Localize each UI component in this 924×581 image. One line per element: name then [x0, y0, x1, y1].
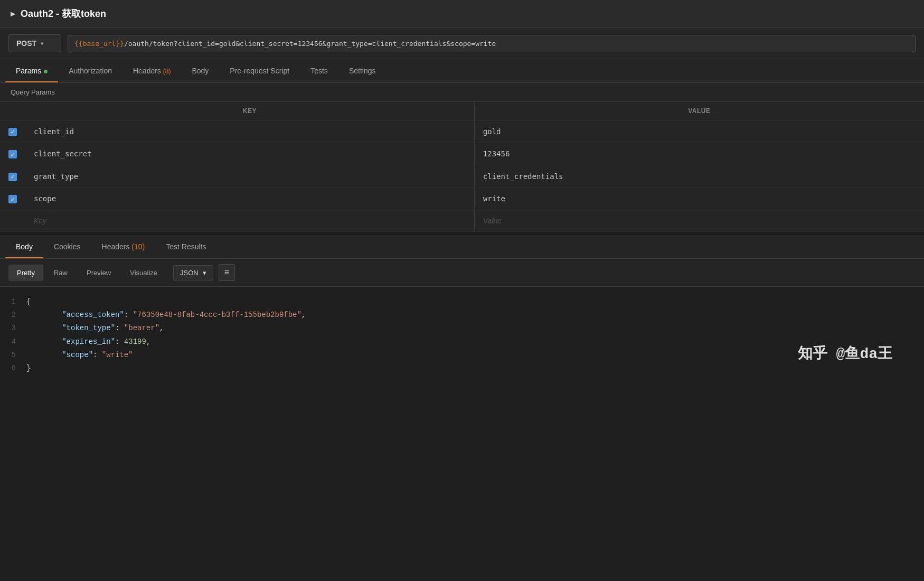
line-content: }: [26, 362, 924, 375]
tab-authorization[interactable]: Authorization: [58, 59, 122, 82]
line-number: 1: [0, 295, 26, 308]
tab-pre-request[interactable]: Pre-request Script: [219, 59, 300, 82]
line-number: 2: [0, 308, 26, 322]
key-cell: scope: [25, 188, 474, 210]
query-params-label: Query Params: [0, 83, 924, 102]
checkbox-cell[interactable]: ✓: [0, 188, 25, 210]
line-number: 6: [0, 362, 26, 375]
response-body-code: 1{2 "access_token": "76350e48-8fab-4ccc-…: [0, 287, 924, 383]
param-key[interactable]: scope: [34, 194, 56, 203]
line-number: 5: [0, 349, 26, 362]
response-tab-test-results[interactable]: Test Results: [155, 235, 216, 258]
checkbox-cell[interactable]: ✓: [0, 165, 25, 188]
code-line: 5 "scope": "write": [0, 349, 924, 362]
key-placeholder: Key: [34, 217, 46, 225]
param-value[interactable]: client_credentials: [483, 172, 563, 181]
tab-settings[interactable]: Settings: [338, 59, 386, 82]
url-input[interactable]: {{base_url}}/oauth/token?client_id=gold&…: [68, 35, 916, 52]
row-checkbox-3[interactable]: ✓: [8, 195, 17, 203]
request-title: Oauth2 - 获取token: [21, 7, 106, 20]
value-placeholder-cell[interactable]: Value: [474, 210, 924, 232]
value-column-header: VALUE: [474, 102, 924, 120]
checkbox-cell[interactable]: ✓: [0, 120, 25, 143]
value-cell: client_credentials: [474, 165, 924, 188]
format-dropdown-arrow-icon: ▾: [203, 269, 206, 277]
table-row-placeholder: Key Value: [0, 210, 924, 232]
params-table: KEY VALUE ✓ client_id gold ✓ client_secr…: [0, 102, 924, 232]
param-key[interactable]: client_secret: [34, 149, 92, 158]
response-tab-headers[interactable]: Headers (10): [91, 235, 156, 258]
key-cell: client_secret: [25, 143, 474, 165]
code-line: 6}: [0, 362, 924, 375]
line-content: {: [26, 295, 924, 308]
response-headers-badge: (10): [131, 242, 145, 251]
table-row: ✓ client_id gold: [0, 120, 924, 143]
value-placeholder: Value: [483, 217, 502, 225]
tab-params[interactable]: Params: [5, 59, 58, 82]
method-label: POST: [16, 39, 36, 48]
preview-btn[interactable]: Preview: [78, 265, 119, 281]
request-tab-bar: Params Authorization Headers (8) Body Pr…: [0, 59, 924, 83]
line-number: 4: [0, 335, 26, 349]
table-row: ✓ scope write: [0, 188, 924, 210]
format-type-label: JSON: [180, 269, 199, 277]
checkbox-cell[interactable]: ✓: [0, 143, 25, 165]
value-cell: write: [474, 188, 924, 210]
pretty-btn[interactable]: Pretty: [8, 265, 43, 281]
format-type-selector[interactable]: JSON ▾: [173, 265, 213, 280]
row-checkbox-0[interactable]: ✓: [8, 128, 17, 136]
response-tab-cookies[interactable]: Cookies: [43, 235, 91, 258]
line-content: "expires_in": 43199,: [26, 335, 924, 349]
value-cell: gold: [474, 120, 924, 143]
key-cell: client_id: [25, 120, 474, 143]
word-wrap-btn[interactable]: ≡: [219, 264, 235, 281]
headers-badge: (8): [163, 68, 171, 75]
url-path: /oauth/token?client_id=gold&client_secre…: [124, 40, 496, 48]
title-bar: ▶ Oauth2 - 获取token: [0, 0, 924, 28]
code-line: 2 "access_token": "76350e48-8fab-4ccc-b3…: [0, 308, 924, 322]
line-content: "scope": "write": [26, 349, 924, 362]
visualize-btn[interactable]: Visualize: [121, 265, 166, 281]
row-checkbox-2[interactable]: ✓: [8, 173, 17, 181]
table-row: ✓ client_secret 123456: [0, 143, 924, 165]
key-placeholder-cell[interactable]: Key: [25, 210, 474, 232]
response-tab-body[interactable]: Body: [5, 235, 43, 258]
response-tab-bar: Body Cookies Headers (10) Test Results: [0, 234, 924, 259]
table-row: ✓ grant_type client_credentials: [0, 165, 924, 188]
line-number: 3: [0, 322, 26, 335]
url-bar: POST ▾ {{base_url}}/oauth/token?client_i…: [0, 28, 924, 59]
tab-tests[interactable]: Tests: [300, 59, 338, 82]
param-value[interactable]: gold: [483, 127, 501, 136]
params-dot: [44, 70, 48, 73]
method-selector[interactable]: POST ▾: [8, 34, 61, 52]
param-key[interactable]: grant_type: [34, 172, 78, 181]
line-content: "token_type": "bearer",: [26, 322, 924, 335]
param-value[interactable]: write: [483, 194, 505, 203]
line-content: "access_token": "76350e48-8fab-4ccc-b3ff…: [26, 308, 924, 322]
row-checkbox-1[interactable]: ✓: [8, 150, 17, 158]
format-bar: Pretty Raw Preview Visualize JSON ▾ ≡: [0, 259, 924, 287]
collapse-arrow-icon[interactable]: ▶: [11, 10, 15, 17]
url-template-variable: {{base_url}}: [74, 40, 124, 48]
code-line: 1{: [0, 295, 924, 308]
code-line: 4 "expires_in": 43199,: [0, 335, 924, 349]
param-value[interactable]: 123456: [483, 149, 510, 158]
code-line: 3 "token_type": "bearer",: [0, 322, 924, 335]
method-dropdown-arrow-icon: ▾: [41, 41, 43, 46]
tab-headers[interactable]: Headers (8): [122, 59, 181, 82]
key-cell: grant_type: [25, 165, 474, 188]
key-column-header: KEY: [25, 102, 474, 120]
tab-body[interactable]: Body: [181, 59, 219, 82]
param-key[interactable]: client_id: [34, 127, 74, 136]
value-cell: 123456: [474, 143, 924, 165]
raw-btn[interactable]: Raw: [45, 265, 76, 281]
